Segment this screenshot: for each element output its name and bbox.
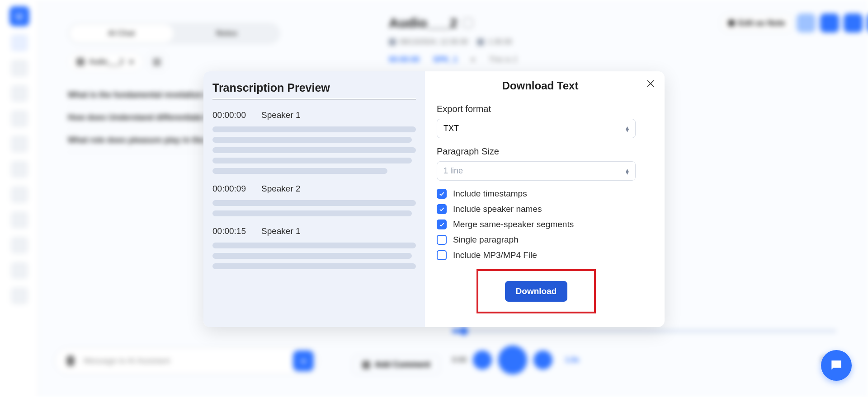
seg3-timestamp: 00:00:15 <box>212 226 254 236</box>
paragraph-size-value: 1 line <box>443 166 463 176</box>
check-label: Include MP3/MP4 File <box>453 250 537 260</box>
export-format-label: Export format <box>437 104 644 114</box>
options-checklist: Include timestamps Include speaker names… <box>437 189 644 260</box>
skeleton-line <box>212 243 416 248</box>
chevron-updown-icon: ▴▾ <box>626 126 629 131</box>
close-icon <box>646 79 656 89</box>
skeleton-line <box>212 210 412 216</box>
checkbox-checked-icon <box>437 189 447 199</box>
check-include-media[interactable]: Include MP3/MP4 File <box>437 250 644 260</box>
skeleton-line <box>212 253 412 259</box>
skeleton-line <box>212 147 416 153</box>
paragraph-size-select[interactable]: 1 line ▴▾ <box>437 161 636 181</box>
skeleton-line <box>212 200 416 206</box>
check-label: Include timestamps <box>453 189 527 199</box>
download-text-modal: Transcription Preview 00:00:00 Speaker 1… <box>203 71 665 327</box>
export-format-value: TXT <box>443 124 459 133</box>
chevron-updown-icon: ▴▾ <box>626 168 629 174</box>
check-label: Single paragraph <box>453 235 519 245</box>
seg1-speaker: Speaker 1 <box>261 110 301 120</box>
download-options-pane: Download Text Export format TXT ▴▾ Parag… <box>425 71 665 327</box>
skeleton-line <box>212 263 416 269</box>
seg3-speaker: Speaker 1 <box>261 226 301 236</box>
skeleton-line <box>212 168 387 174</box>
check-include-timestamps[interactable]: Include timestamps <box>437 189 644 199</box>
seg2-timestamp: 00:00:09 <box>212 184 254 194</box>
modal-backdrop: Transcription Preview 00:00:00 Speaker 1… <box>0 0 868 397</box>
preview-segment-2: 00:00:09 Speaker 2 <box>212 184 416 216</box>
check-label: Include speaker names <box>453 204 542 214</box>
checkbox-checked-icon <box>437 204 447 214</box>
modal-title: Download Text <box>437 79 644 92</box>
download-button[interactable]: Download <box>505 281 568 302</box>
seg2-speaker: Speaker 2 <box>261 184 301 194</box>
check-label: Merge same-speaker segments <box>453 220 574 229</box>
download-highlight-box: Download <box>476 269 596 313</box>
check-single-paragraph[interactable]: Single paragraph <box>437 235 644 245</box>
check-merge-segments[interactable]: Merge same-speaker segments <box>437 220 644 229</box>
checkbox-checked-icon <box>437 220 447 229</box>
checkbox-unchecked-icon <box>437 235 447 245</box>
seg1-timestamp: 00:00:00 <box>212 110 254 120</box>
preview-segment-1: 00:00:00 Speaker 1 <box>212 110 416 174</box>
preview-segment-3: 00:00:15 Speaker 1 <box>212 226 416 269</box>
skeleton-line <box>212 126 416 132</box>
close-button[interactable] <box>646 79 656 89</box>
paragraph-size-label: Paragraph Size <box>437 146 644 157</box>
export-format-select[interactable]: TXT ▴▾ <box>437 119 636 138</box>
transcription-preview-pane: Transcription Preview 00:00:00 Speaker 1… <box>203 71 425 327</box>
preview-title: Transcription Preview <box>212 81 416 99</box>
checkbox-unchecked-icon <box>437 250 447 260</box>
skeleton-line <box>212 158 412 163</box>
skeleton-line <box>212 137 412 143</box>
check-include-speakers[interactable]: Include speaker names <box>437 204 644 214</box>
